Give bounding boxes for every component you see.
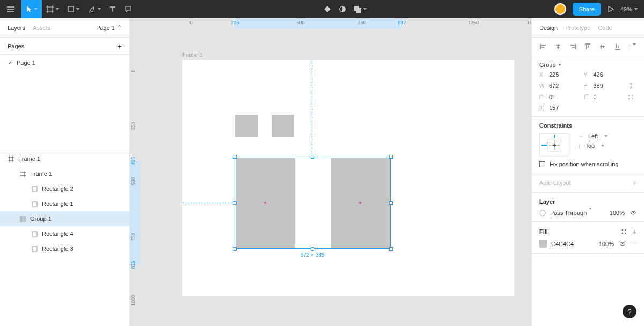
- top-toolbar: Share 49%: [0, 0, 644, 18]
- rect-icon: [31, 186, 38, 192]
- add-page-button[interactable]: +: [118, 42, 122, 50]
- align-right-icon[interactable]: [569, 43, 577, 50]
- svg-point-17: [622, 229, 623, 231]
- rectangle[interactable]: [272, 115, 294, 137]
- layer-row[interactable]: Rectangle 1: [0, 196, 129, 211]
- layer-type-selector[interactable]: Group: [539, 62, 636, 68]
- main-menu-button[interactable]: [0, 0, 21, 18]
- help-button[interactable]: ?: [623, 305, 636, 318]
- y-field[interactable]: Y426: [584, 71, 628, 78]
- left-panel: Layers Assets Page 1⌃ Pages + ✓ Page 1 F…: [0, 18, 130, 326]
- chevron-down-icon: [363, 8, 367, 10]
- fill-opacity-field[interactable]: 100%: [599, 241, 614, 247]
- gap-field[interactable]: ]I[157: [539, 105, 584, 111]
- corner-details-button[interactable]: [628, 94, 636, 100]
- svg-point-20: [625, 233, 626, 234]
- fill-swatch[interactable]: [539, 240, 547, 248]
- svg-point-13: [632, 95, 633, 96]
- shape-tool-button[interactable]: [63, 0, 84, 18]
- layer-list: Frame 1 Frame 1 Rectangle 2 Rectangle 1 …: [0, 151, 129, 256]
- auto-layout-label: Auto Layout: [539, 180, 632, 186]
- frame-label[interactable]: Frame 1: [182, 52, 202, 58]
- remove-fill-button[interactable]: —: [630, 240, 636, 248]
- svg-rect-11: [32, 247, 37, 251]
- constraint-v-select[interactable]: ↕Top: [578, 143, 608, 149]
- page-row[interactable]: ✓ Page 1: [0, 55, 129, 71]
- visibility-toggle[interactable]: [630, 210, 636, 216]
- assets-tab[interactable]: Assets: [33, 25, 50, 31]
- svg-rect-8: [20, 220, 22, 221]
- layer-row[interactable]: Frame 1: [0, 151, 129, 166]
- rotation-field[interactable]: 0°: [539, 94, 584, 100]
- h-field[interactable]: H389: [584, 83, 628, 89]
- link-wh-button[interactable]: [628, 82, 636, 90]
- pages-header-label: Pages: [8, 43, 24, 49]
- layer-opacity-field[interactable]: 100%: [610, 210, 625, 216]
- comment-tool-button[interactable]: [120, 0, 136, 18]
- fill-style-button[interactable]: [621, 229, 627, 234]
- check-icon: ✓: [8, 60, 12, 66]
- fill-hex-field[interactable]: C4C4C4: [551, 241, 599, 247]
- constraint-h-select[interactable]: ↔Left: [578, 133, 608, 139]
- x-field[interactable]: X225: [539, 71, 584, 78]
- corner-radius-field[interactable]: 0: [584, 94, 628, 100]
- align-hcenter-icon[interactable]: [554, 43, 562, 50]
- layer-row[interactable]: Group 1: [0, 211, 129, 226]
- fill-visibility-toggle[interactable]: [619, 241, 626, 247]
- page-selector[interactable]: Page 1⌃: [96, 24, 122, 31]
- constraints-title: Constraints: [539, 122, 636, 129]
- move-tool-button[interactable]: [21, 0, 42, 18]
- rectangle[interactable]: [235, 115, 258, 137]
- text-tool-button[interactable]: [105, 0, 120, 18]
- zoom-control[interactable]: 49%: [620, 6, 638, 12]
- prototype-tab[interactable]: Prototype: [565, 25, 590, 31]
- chevron-down-icon: [98, 8, 101, 10]
- align-vcenter-icon[interactable]: [599, 43, 606, 50]
- add-autolayout-button[interactable]: +: [632, 179, 636, 187]
- right-panel: Design Prototype Code Group X225 Y426 W6…: [531, 18, 644, 326]
- w-field[interactable]: W672: [539, 83, 584, 89]
- group-icon: [19, 216, 26, 222]
- selection-dimensions: 672 × 389: [301, 252, 325, 258]
- distribute-icon[interactable]: [629, 43, 636, 50]
- svg-point-14: [628, 98, 630, 99]
- svg-rect-0: [68, 6, 74, 12]
- svg-rect-4: [32, 187, 37, 191]
- layer-name: Group 1: [30, 216, 52, 222]
- svg-point-21: [622, 243, 624, 245]
- boolean-ops-button[interactable]: [354, 5, 367, 13]
- layer-row[interactable]: Frame 1: [0, 166, 129, 181]
- pen-tool-button[interactable]: [84, 0, 105, 18]
- fill-title: Fill: [539, 228, 621, 235]
- selection-box: [235, 157, 391, 249]
- layer-name: Frame 1: [18, 155, 40, 162]
- svg-rect-6: [20, 217, 22, 218]
- share-button[interactable]: Share: [573, 3, 601, 16]
- layer-row[interactable]: Rectangle 3: [0, 241, 129, 256]
- blend-mode-select[interactable]: Pass Through: [550, 210, 610, 216]
- ruler-horizontal: 022550075089712501500: [141, 18, 531, 29]
- design-tab[interactable]: Design: [539, 25, 558, 31]
- fix-position-checkbox[interactable]: Fix position when scrolling: [539, 161, 636, 167]
- components-icon[interactable]: [324, 5, 331, 13]
- svg-rect-3: [356, 8, 361, 13]
- add-fill-button[interactable]: +: [632, 227, 636, 236]
- chevron-down-icon: [56, 8, 59, 10]
- align-bottom-icon[interactable]: [614, 43, 621, 50]
- align-left-icon[interactable]: [539, 43, 547, 50]
- rect-icon: [31, 231, 38, 237]
- frame-icon: [8, 155, 14, 162]
- layer-row[interactable]: Rectangle 4: [0, 226, 129, 241]
- present-button[interactable]: [608, 6, 614, 12]
- constraints-widget[interactable]: [539, 133, 568, 157]
- layer-row[interactable]: Rectangle 2: [0, 181, 129, 196]
- svg-point-19: [622, 233, 623, 234]
- code-tab[interactable]: Code: [598, 25, 612, 31]
- user-avatar[interactable]: [554, 3, 566, 15]
- canvas[interactable]: 022550075089712501500 025042650075081510…: [130, 18, 531, 326]
- mask-icon[interactable]: [339, 5, 346, 13]
- align-top-icon[interactable]: [584, 43, 591, 50]
- svg-rect-7: [24, 217, 25, 218]
- frame-tool-button[interactable]: [42, 0, 63, 18]
- layers-tab[interactable]: Layers: [8, 25, 25, 31]
